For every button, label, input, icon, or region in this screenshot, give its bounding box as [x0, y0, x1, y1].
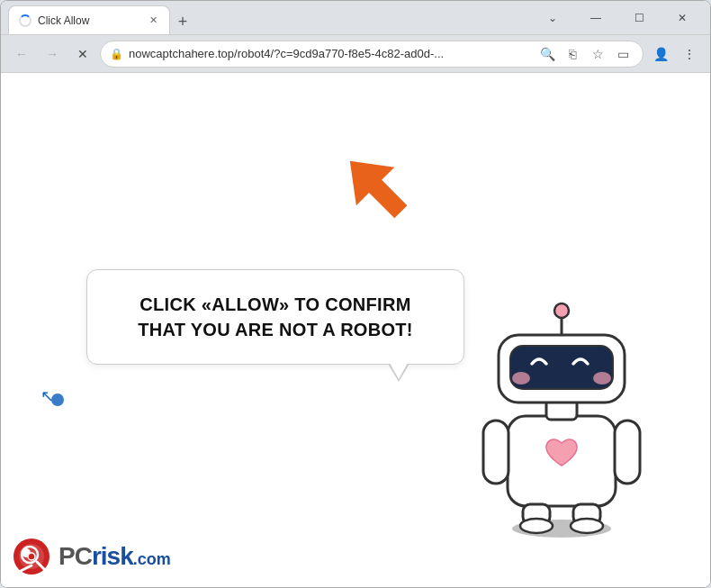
page-content: CLICK «ALLOW» TO CONFIRM THAT YOU ARE NO… [1, 73, 710, 587]
lock-icon: 🔒 [110, 48, 123, 60]
reload-button[interactable]: ✕ [69, 41, 96, 68]
tab-favicon [18, 14, 32, 28]
bubble-text: CLICK «ALLOW» TO CONFIRM THAT YOU ARE NO… [138, 294, 413, 339]
sidebar-icon[interactable]: ▭ [612, 43, 634, 65]
svg-point-20 [28, 553, 35, 560]
brand-pc: PC [58, 542, 92, 571]
maximize-button[interactable]: ☐ [618, 5, 660, 31]
svg-rect-4 [615, 421, 640, 484]
robot-illustration [467, 299, 656, 542]
browser-window: Click Allow ✕ + ⌄ — ☐ ✕ ← → ✕ 🔒 nowcaptc… [0, 0, 711, 588]
share-icon[interactable]: ⎗ [562, 43, 583, 65]
pcrisk-watermark: PC risk .com [1, 526, 199, 587]
chevron-down-button[interactable]: ⌄ [532, 5, 573, 31]
address-bar[interactable]: 🔒 nowcaptchahere.top/robot4/?c=9cd9a770-… [100, 41, 644, 68]
minimize-button[interactable]: — [575, 5, 616, 31]
new-tab-button[interactable]: + [170, 9, 195, 34]
pcrisk-logo-icon [12, 537, 51, 576]
speech-bubble: CLICK «ALLOW» TO CONFIRM THAT YOU ARE NO… [86, 269, 464, 365]
url-text: nowcaptchahere.top/robot4/?c=9cd9a770-f8… [129, 47, 531, 60]
address-icons: 🔍 ⎗ ☆ ▭ [536, 43, 634, 65]
arrow-indicator [328, 152, 410, 233]
svg-point-15 [571, 519, 603, 533]
search-icon[interactable]: 🔍 [536, 43, 558, 65]
brand-domain: .com [133, 550, 171, 569]
pcrisk-brand: PC risk .com [58, 542, 171, 571]
forward-button[interactable]: → [39, 41, 66, 68]
nav-right-controls: 👤 ⋮ [647, 41, 703, 68]
svg-point-14 [520, 519, 553, 533]
title-bar: Click Allow ✕ + ⌄ — ☐ ✕ [1, 1, 710, 35]
profile-button[interactable]: 👤 [647, 41, 674, 68]
tab-close-button[interactable]: ✕ [146, 14, 160, 28]
bookmark-icon[interactable]: ☆ [587, 43, 608, 65]
svg-point-10 [512, 372, 530, 384]
back-button[interactable]: ← [8, 41, 35, 68]
menu-button[interactable]: ⋮ [676, 41, 703, 68]
navigation-bar: ← → ✕ 🔒 nowcaptchahere.top/robot4/?c=9cd… [1, 35, 710, 73]
loading-spinner [19, 14, 32, 27]
svg-rect-3 [483, 421, 508, 484]
active-tab[interactable]: Click Allow ✕ [8, 5, 170, 34]
svg-marker-0 [331, 152, 410, 231]
tab-title: Click Allow [38, 14, 140, 27]
svg-point-8 [554, 303, 569, 318]
cursor-icon: ↖ [40, 386, 54, 406]
brand-risk: risk [92, 542, 133, 571]
window-controls: ⌄ — ☐ ✕ [532, 5, 703, 31]
tab-area: Click Allow ✕ + [8, 1, 528, 34]
close-button[interactable]: ✕ [662, 5, 703, 31]
svg-point-11 [593, 372, 611, 384]
